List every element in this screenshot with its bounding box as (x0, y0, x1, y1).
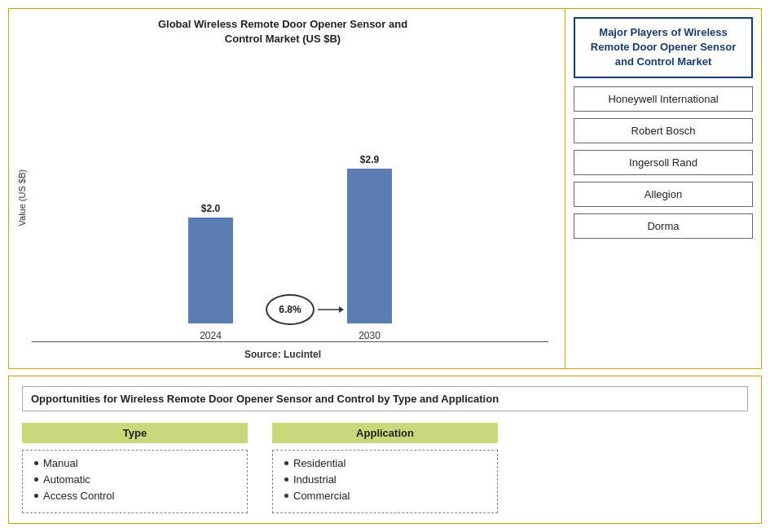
type-items-box: Manual Automatic Access Control (22, 450, 248, 513)
type-item-manual-label: Manual (43, 457, 78, 469)
bar-value-2024: $2.0 (201, 203, 220, 214)
chart-title: Global Wireless Remote Door Opener Senso… (158, 17, 407, 46)
bars-container: $2.0 2024 6.8% (32, 154, 548, 341)
bullet-icon (34, 477, 38, 481)
bottom-section: Opportunities for Wireless Remote Door O… (8, 376, 762, 524)
y-axis-label: Value (US $B) (17, 169, 27, 226)
app-item-residential: Residential (284, 457, 486, 469)
app-item-commercial-label: Commercial (293, 490, 350, 502)
bullet-icon (284, 494, 288, 498)
source-label: Source: Lucintel (244, 349, 321, 360)
app-item-residential-label: Residential (293, 457, 345, 469)
cagr-ellipse: 6.8% (266, 294, 315, 325)
player-item-allegion: Allegion (574, 182, 753, 207)
chart-area: Global Wireless Remote Door Opener Senso… (9, 9, 565, 368)
cagr-arrow-icon (318, 304, 344, 315)
type-item-access-control-label: Access Control (43, 490, 114, 502)
app-item-industrial-label: Industrial (293, 473, 337, 486)
bar-2024 (188, 218, 233, 323)
bar-group-2030: $2.9 2030 (347, 154, 392, 341)
bullet-icon (34, 461, 38, 465)
type-item-automatic: Automatic (34, 473, 235, 486)
players-title: Major Players of Wireless Remote Door Op… (574, 17, 753, 78)
players-area: Major Players of Wireless Remote Door Op… (565, 9, 761, 368)
bar-label-2030: 2030 (359, 330, 381, 341)
player-item-honeywell: Honeywell International (574, 86, 753, 112)
bar-value-2030: $2.9 (360, 154, 379, 165)
application-items-box: Residential Industrial Commercial (272, 450, 498, 513)
app-item-industrial: Industrial (284, 473, 486, 486)
x-axis-line (32, 341, 548, 343)
bullet-icon (284, 477, 288, 481)
svg-marker-1 (339, 306, 344, 313)
cagr-value: 6.8% (279, 304, 301, 315)
type-item-automatic-label: Automatic (43, 473, 90, 486)
bullet-icon (34, 494, 38, 498)
app-item-commercial: Commercial (284, 490, 486, 502)
top-section: Global Wireless Remote Door Opener Senso… (8, 8, 762, 369)
type-item-access-control: Access Control (34, 490, 235, 502)
type-header: Type (22, 423, 248, 443)
main-container: Global Wireless Remote Door Opener Senso… (0, 0, 770, 532)
type-column: Type Manual Automatic Access Control (22, 423, 248, 513)
player-item-bosch: Robert Bosch (574, 118, 753, 143)
chart-wrapper: Value (US $B) $2.0 2024 6.8% (17, 53, 548, 342)
chart-inner: $2.0 2024 6.8% (32, 154, 548, 343)
application-header: Application (272, 423, 498, 443)
player-item-ingersoll: Ingersoll Rand (574, 150, 753, 175)
bar-label-2024: 2024 (200, 330, 222, 341)
player-item-dorma: Dorma (574, 213, 753, 239)
cagr-container: 6.8% (266, 294, 315, 325)
bar-group-2024: $2.0 2024 (188, 203, 233, 341)
application-column: Application Residential Industrial Comme… (272, 423, 498, 513)
opportunities-title: Opportunities for Wireless Remote Door O… (22, 386, 748, 411)
bar-2030 (347, 169, 392, 323)
bullet-icon (284, 461, 288, 465)
bottom-columns: Type Manual Automatic Access Control (22, 423, 748, 513)
spacer (522, 423, 748, 513)
type-item-manual: Manual (34, 457, 235, 469)
